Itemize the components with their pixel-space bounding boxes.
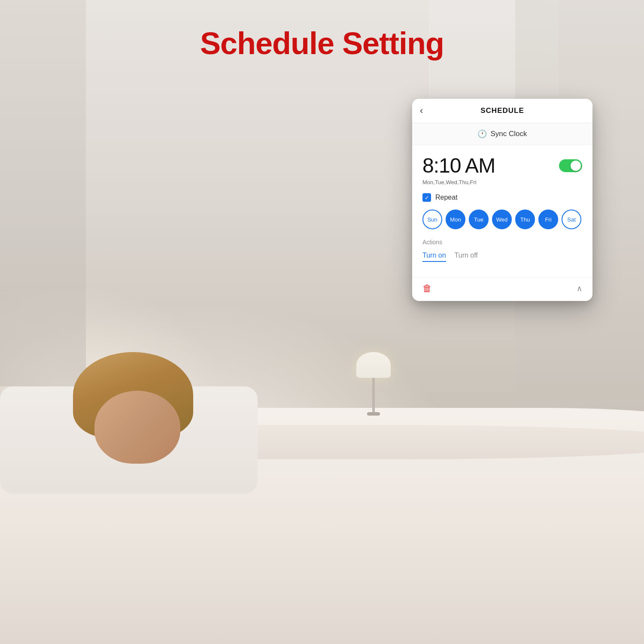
- lamp-shade: [356, 352, 391, 378]
- repeat-checkbox[interactable]: ✓: [422, 193, 431, 202]
- day-btn-wed[interactable]: Wed: [492, 210, 512, 229]
- checkbox-check-icon: ✓: [425, 195, 429, 200]
- sync-clock-row[interactable]: 🕐 Sync Clock: [412, 123, 592, 145]
- curtain-left: [0, 0, 86, 386]
- day-btn-fri[interactable]: Fri: [538, 210, 558, 229]
- schedule-content: 8:10 AM Mon,Tue,Wed,Thu,Fri ✓ Repeat Sun…: [412, 145, 592, 277]
- app-header: ‹ SCHEDULE: [412, 99, 592, 123]
- day-btn-sun[interactable]: Sun: [422, 210, 442, 229]
- turn-on-button[interactable]: Turn on: [422, 250, 446, 262]
- lamp-base: [372, 378, 375, 412]
- toggle-knob: [571, 161, 581, 171]
- turn-off-button[interactable]: Turn off: [455, 250, 478, 262]
- sync-clock-label: Sync Clock: [490, 130, 527, 138]
- time-display[interactable]: 8:10 AM: [422, 154, 495, 177]
- repeat-row: ✓ Repeat: [422, 193, 582, 202]
- sync-clock-icon: 🕐: [477, 129, 487, 139]
- lamp-area: [352, 352, 395, 438]
- actions-label: Actions: [422, 239, 582, 246]
- day-btn-sat[interactable]: Sat: [562, 210, 581, 229]
- day-btn-thu[interactable]: Thu: [515, 210, 535, 229]
- app-card: ‹ SCHEDULE 🕐 Sync Clock 8:10 AM Mon,Tue,…: [412, 99, 592, 301]
- actions-row: Turn on Turn off: [422, 250, 582, 262]
- time-row: 8:10 AM: [422, 154, 582, 177]
- schedule-title: SCHEDULE: [480, 106, 524, 115]
- days-of-week: SunMonTueWedThuFriSat: [422, 210, 582, 229]
- bottom-row: 🗑 ∧: [412, 277, 592, 301]
- toggle-switch[interactable]: [559, 159, 582, 172]
- page-title: Schedule Setting: [200, 26, 444, 61]
- back-button[interactable]: ‹: [420, 105, 423, 116]
- days-summary: Mon,Tue,Wed,Thu,Fri: [422, 179, 582, 185]
- lamp-foot: [367, 412, 380, 416]
- repeat-label: Repeat: [435, 194, 458, 201]
- day-btn-mon[interactable]: Mon: [446, 210, 465, 229]
- delete-button[interactable]: 🗑: [422, 283, 432, 294]
- day-btn-tue[interactable]: Tue: [469, 210, 489, 229]
- collapse-button[interactable]: ∧: [577, 284, 582, 293]
